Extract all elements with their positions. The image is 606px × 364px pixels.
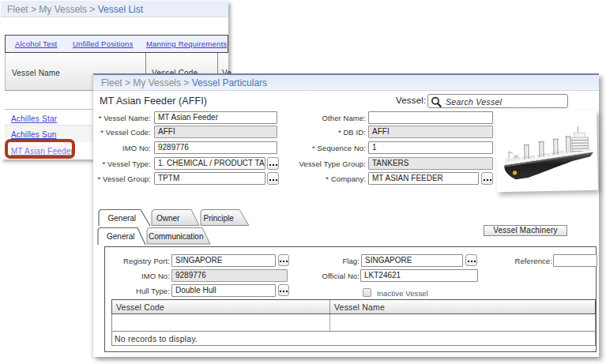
svg-text:General: General [107,232,135,241]
svg-text:Communication: Communication [149,232,203,241]
svg-text:Owner: Owner [156,214,180,223]
svg-text:Principle: Principle [204,214,235,223]
svg-text:General: General [108,214,137,223]
